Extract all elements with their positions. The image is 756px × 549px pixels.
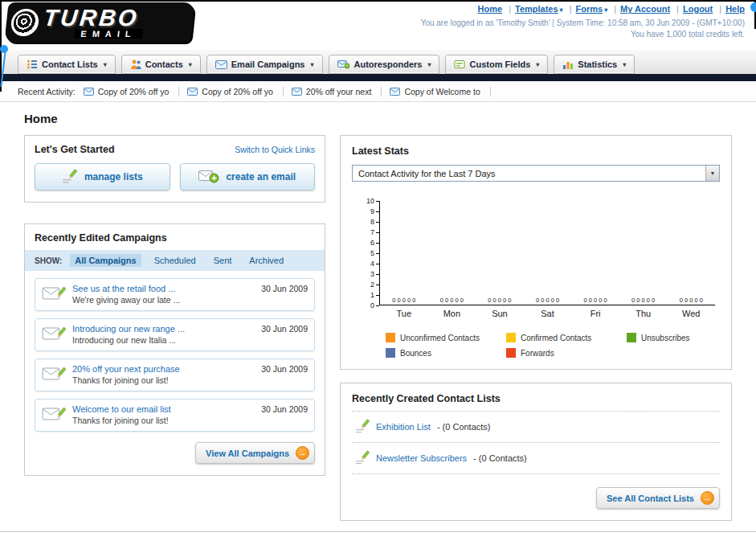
view-all-campaigns-button[interactable]: View All Campaigns →	[195, 442, 315, 464]
tab-custom-fields[interactable]: Custom Fields ▾	[445, 55, 548, 74]
recent-campaigns-panel: Recently Edited Campaigns SHOW: All Camp…	[24, 223, 325, 476]
app-logo: TURBO EMAIL	[4, 2, 194, 43]
chart-legend: Unconfirmed Contacts Confirmed Contacts …	[386, 333, 720, 358]
legend-swatch	[386, 333, 395, 342]
campaign-subtitle: Thanks for joining our list!	[72, 375, 255, 385]
campaign-row: See us at the retail food ... We're givi…	[35, 278, 315, 311]
caret-down-icon: ▾	[560, 6, 563, 14]
campaign-date: 30 Jun 2009	[261, 284, 308, 293]
manage-lists-label: manage lists	[84, 171, 143, 182]
chart-y-axis: 109876543210	[358, 201, 379, 305]
logo-turbo-text: TURBO	[43, 6, 140, 29]
pencil-icon	[355, 450, 370, 466]
contact-list-link[interactable]: Newsletter Subscribers	[376, 453, 467, 463]
tab-email-campaigns[interactable]: Email Campaigns ▾	[206, 55, 323, 74]
activity-title: Copy of Welcome to	[404, 87, 480, 96]
x-tick-label: Tue	[380, 309, 428, 318]
stats-filter-value: Contact Activity for the Last 7 Days	[358, 169, 496, 178]
nav-label: My Account	[620, 4, 670, 14]
campaign-title-link[interactable]: Introducing our new range ...	[72, 324, 255, 334]
pencil-icon	[355, 419, 370, 435]
envelope-pencil-icon	[42, 324, 66, 346]
recent-campaigns-title: Recently Edited Campaigns	[25, 232, 325, 250]
campaign-row: 20% off your next purchase Thanks for jo…	[35, 358, 315, 391]
create-email-button[interactable]: create an email	[180, 163, 316, 191]
nav-templates[interactable]: Templates▾	[505, 4, 562, 14]
campaign-filter-bar: SHOW: All Campaigns Scheduled Sent Archi…	[25, 250, 325, 271]
campaign-title-link[interactable]: 20% off your next purchase	[72, 364, 255, 374]
contacts-icon	[130, 59, 141, 70]
x-tick-label: Wed	[667, 309, 715, 318]
filter-scheduled[interactable]: Scheduled	[149, 254, 201, 267]
page-title: Home	[24, 112, 732, 125]
x-tick-label: Fri	[571, 309, 619, 318]
stats-chart: 109876543210 0 0 0 0 00 0 0 0 00 0 0 0 0…	[358, 201, 715, 305]
contact-list-row: Exhibition List - (0 Contacts)	[352, 412, 720, 443]
custom-fields-icon	[454, 59, 465, 70]
caret-down-icon: ▾	[604, 6, 607, 14]
caret-down-icon: ▾	[536, 61, 539, 68]
nav-forms[interactable]: Forms▾	[566, 4, 608, 14]
contact-list-row: Newsletter Subscribers - (0 Contacts)	[352, 443, 720, 474]
legend-forwards: Forwards	[506, 348, 627, 358]
show-label: SHOW:	[35, 256, 62, 265]
see-all-contact-lists-button[interactable]: See All Contact Lists →	[596, 487, 720, 509]
recent-activity-item[interactable]: Copy of Welcome to	[390, 87, 490, 96]
recent-activity-item[interactable]: Copy of 20% off yo	[84, 87, 180, 96]
recent-activity-item[interactable]: 20% off your next	[292, 87, 382, 96]
bar-value-labels: 0 0 0 0 0	[380, 297, 428, 305]
manage-lists-button[interactable]: manage lists	[35, 163, 170, 191]
campaign-subtitle: We're giving away our late ...	[72, 295, 255, 305]
filter-all-campaigns[interactable]: All Campaigns	[70, 254, 141, 267]
filter-sent[interactable]: Sent	[209, 254, 237, 267]
envelope-icon	[84, 88, 94, 96]
activity-title: Copy of 20% off yo	[98, 87, 170, 96]
contact-list-count: - (0 Contacts)	[473, 453, 527, 463]
campaign-title-link[interactable]: See us at the retail food ...	[72, 284, 255, 293]
envelope-pencil-icon	[42, 284, 66, 305]
nav-label: Templates	[515, 4, 558, 14]
recent-activity-bar: Recent Activity: Copy of 20% off yo Copy…	[0, 81, 756, 102]
legend-bounces: Bounces	[386, 348, 506, 358]
contact-list-link[interactable]: Exhibition List	[376, 422, 431, 432]
tab-contact-lists[interactable]: Contact Lists ▾	[18, 55, 116, 74]
tab-contacts[interactable]: Contacts ▾	[121, 55, 201, 74]
logo-email-text: EMAIL	[74, 29, 143, 39]
switch-quick-links-link[interactable]: Switch to Quick Links	[235, 145, 315, 154]
bar-value-labels: 0 0 0 0 0	[667, 297, 715, 305]
main-nav-tabs: Contact Lists ▾ Contacts ▾ Email Campaig…	[0, 50, 756, 74]
get-started-title: Let's Get Started	[35, 144, 115, 155]
x-tick-label: Sun	[476, 309, 524, 318]
caret-down-icon: ▾	[623, 61, 626, 68]
nav-my-account[interactable]: My Account	[610, 4, 670, 14]
filter-archived[interactable]: Archived	[244, 254, 288, 267]
caret-down-icon: ▾	[427, 61, 431, 68]
tab-label: Email Campaigns	[231, 59, 305, 69]
legend-swatch	[506, 333, 516, 342]
recent-activity-item[interactable]: Copy of 20% off yo	[187, 87, 284, 96]
nav-home[interactable]: Home	[478, 4, 503, 14]
header-right: Home Templates▾ Forms▾ My Account Logout…	[421, 4, 745, 39]
x-tick-label: Mon	[428, 309, 476, 318]
campaign-row: Introducing our new range ... Introducin…	[35, 318, 315, 351]
legend-swatch	[627, 333, 636, 342]
nav-help[interactable]: Help	[715, 4, 745, 14]
footer-divider	[0, 531, 756, 532]
campaign-title-link[interactable]: Welcome to our email list	[72, 404, 255, 414]
nav-label: Home	[478, 4, 503, 14]
campaign-date: 30 Jun 2009	[261, 364, 308, 374]
legend-label: Unsubscribes	[641, 334, 690, 342]
legend-unconfirmed-contacts: Unconfirmed Contacts	[386, 333, 506, 342]
bar-chart-icon	[562, 59, 574, 70]
nav-divider-bar	[0, 74, 756, 81]
caret-down-icon: ▾	[104, 61, 107, 68]
stats-filter-select[interactable]: Contact Activity for the Last 7 Days ▼	[352, 165, 720, 182]
tab-autoresponders[interactable]: Autoresponders ▾	[329, 55, 440, 74]
envelope-icon	[292, 88, 302, 96]
get-started-panel: Let's Get Started Switch to Quick Links …	[24, 135, 325, 203]
campaign-date: 30 Jun 2009	[261, 404, 308, 414]
tab-label: Custom Fields	[469, 59, 530, 69]
nav-logout[interactable]: Logout	[672, 4, 713, 14]
tab-statistics[interactable]: Statistics ▾	[554, 55, 635, 74]
view-all-campaigns-label: View All Campaigns	[206, 449, 289, 458]
